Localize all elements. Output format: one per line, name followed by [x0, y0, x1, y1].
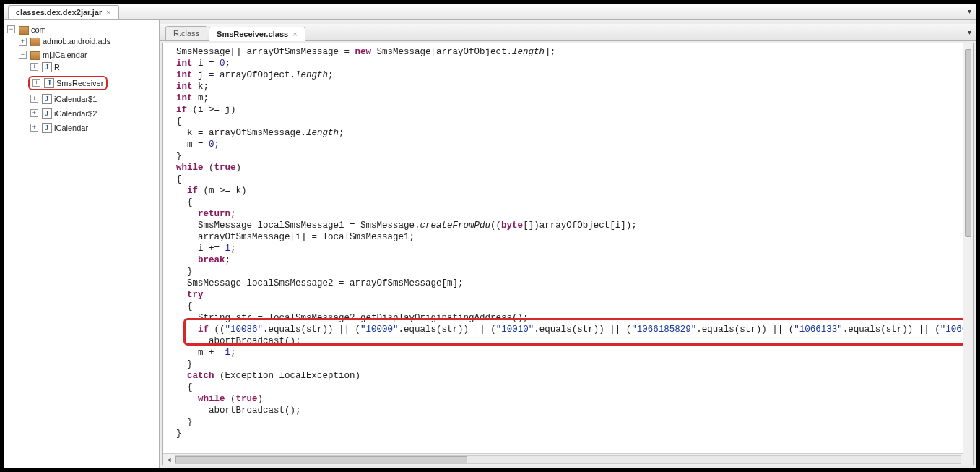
close-icon[interactable]: × — [106, 8, 110, 17]
package-icon — [19, 25, 29, 34]
package-icon — [30, 37, 40, 46]
tree-class-item-selected[interactable]: + J SmsReceiver — [28, 76, 108, 90]
vertical-scrollbar[interactable] — [963, 43, 973, 465]
tree-package-root[interactable]: − com — [5, 25, 48, 35]
editor-tab-label: SmsReceiver.class — [217, 30, 288, 38]
tree-label: admob.android.ads — [43, 37, 110, 46]
java-file-icon: J — [42, 108, 52, 119]
editor-body: SmsMessage[] arrayOfSmsMessage = new Sms… — [162, 43, 974, 465]
expand-icon[interactable]: + — [30, 109, 38, 117]
expand-icon[interactable]: + — [19, 38, 27, 46]
scrollbar-thumb[interactable] — [965, 49, 971, 237]
tree-class-item[interactable]: + J iCalendar — [28, 122, 90, 134]
tree-label: iCalendar$1 — [54, 95, 97, 103]
tree-label: R — [54, 63, 60, 72]
editor-area: R.class SmsReceiver.class × ▾ SmsMessage… — [160, 20, 976, 468]
app-frame: classes.dex.dex2jar.jar × ▾ − com + — [3, 3, 977, 469]
horizontal-scrollbar[interactable]: ◄ ► — [163, 453, 973, 465]
java-file-icon: J — [44, 78, 54, 88]
expand-icon[interactable]: + — [32, 79, 40, 87]
editor-tab-label: R.class — [173, 29, 199, 38]
tree-label: iCalendar$2 — [54, 109, 97, 118]
tree-label: com — [31, 25, 46, 34]
java-file-icon: J — [42, 62, 52, 72]
tree-label: iCalendar — [54, 124, 88, 132]
window-tab-bar: classes.dex.dex2jar.jar × ▾ — [4, 4, 976, 20]
tree-label: mj.iCalendar — [43, 51, 87, 59]
tree-class-item[interactable]: + J iCalendar$1 — [28, 93, 99, 105]
collapse-icon[interactable]: − — [7, 25, 15, 33]
tree-label: SmsReceiver — [56, 79, 103, 87]
scrollbar-thumb[interactable] — [175, 456, 467, 463]
tree-package[interactable]: − mj.iCalendar — [17, 50, 90, 60]
package-explorer[interactable]: − com + admob.android.ads — [4, 20, 160, 468]
expand-icon[interactable]: + — [30, 63, 38, 71]
editor-tab[interactable]: R.class — [165, 26, 207, 40]
package-icon — [30, 51, 40, 59]
scrollbar-track[interactable] — [175, 455, 961, 464]
tree-class-item[interactable]: + J iCalendar$2 — [28, 108, 99, 119]
java-file-icon: J — [42, 123, 52, 133]
expand-icon[interactable]: + — [30, 95, 38, 103]
scroll-left-icon[interactable]: ◄ — [163, 455, 175, 465]
tree-package[interactable]: + admob.android.ads — [17, 36, 113, 46]
tab-overflow-icon[interactable]: ▾ — [966, 7, 974, 15]
close-icon[interactable]: × — [292, 30, 297, 38]
editor-tab-active[interactable]: SmsReceiver.class × — [209, 27, 305, 41]
window-tab-label: classes.dex.dex2jar.jar — [16, 8, 102, 17]
main-split: − com + admob.android.ads — [4, 20, 976, 468]
tree-class-item[interactable]: + J R — [28, 61, 62, 73]
collapse-icon[interactable]: − — [19, 51, 27, 59]
expand-icon[interactable]: + — [30, 124, 38, 132]
window-tab[interactable]: classes.dex.dex2jar.jar × — [8, 5, 119, 19]
tab-overflow-icon[interactable]: ▾ — [966, 28, 974, 36]
java-file-icon: J — [42, 94, 52, 104]
editor-tab-bar: R.class SmsReceiver.class × ▾ — [160, 24, 976, 41]
code-viewport[interactable]: SmsMessage[] arrayOfSmsMessage = new Sms… — [163, 43, 973, 453]
